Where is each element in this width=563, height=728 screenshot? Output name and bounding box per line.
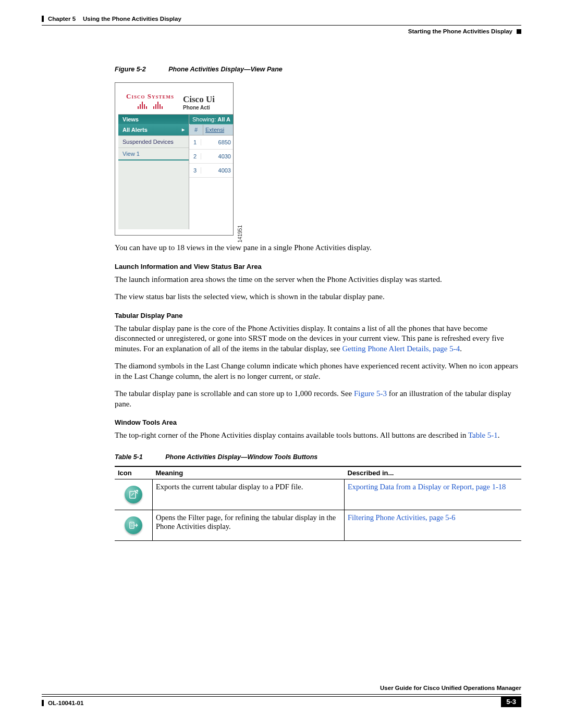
running-header: Chapter 5 Using the Phone Activities Dis… (42, 16, 521, 34)
link-getting-phone-alert-details[interactable]: Getting Phone Alert Details, page 5-4 (342, 344, 460, 353)
views-header: Views (118, 115, 189, 124)
page-number-badge: 5-3 (501, 696, 521, 707)
views-pane: Views All Alerts Suspended Devices View … (118, 115, 189, 229)
cell-meaning: Opens the Filter page, for refining the … (153, 510, 345, 540)
chapter-title: Using the Phone Activities Display (83, 16, 181, 22)
table-row[interactable]: 1 6850 (189, 135, 233, 150)
cell-meaning: Exports the current tabular display to a… (153, 479, 345, 510)
table-caption: Table 5-1 Phone Activities Display—Windo… (115, 453, 521, 461)
header-right: Starting the Phone Activities Display (408, 28, 521, 34)
figure-5-2: Cisco Systems Cisco Ui (115, 82, 234, 236)
app-subtitle: Phone Acti (183, 105, 215, 110)
header-endcap-icon (517, 29, 521, 34)
heading-tabular-display: Tabular Display Pane (115, 312, 521, 319)
paragraph: The tabular display pane is the core of … (115, 324, 521, 354)
table-row: Exports the current tabular display to a… (115, 479, 521, 510)
section-title: Starting the Phone Activities Display (408, 28, 512, 34)
showing-bar: Showing: All A (189, 115, 233, 125)
bridge-icon (153, 102, 163, 109)
col-number[interactable]: # (189, 125, 203, 135)
paragraph: The view status bar lists the selected v… (115, 292, 521, 302)
page-footer: User Guide for Cisco Unified Operations … (42, 694, 521, 707)
link-figure-5-3[interactable]: Figure 5-3 (354, 389, 387, 398)
table-title: Phone Activities Display—Window Tools Bu… (165, 453, 317, 461)
header-rule (42, 25, 521, 26)
heading-window-tools: Window Tools Area (115, 418, 521, 426)
view-item-view-1[interactable]: View 1 (118, 148, 189, 161)
heading-launch-info: Launch Information and View Status Bar A… (115, 263, 521, 270)
figure-title: Phone Activities Display—View Pane (168, 66, 283, 73)
footer-doc-id: OL-10041-01 (42, 700, 83, 706)
cisco-systems-logo: Cisco Systems (121, 92, 179, 109)
export-pdf-icon (125, 486, 142, 503)
table-pane: Showing: All A # Extensi 1 6850 (189, 115, 233, 229)
th-icon: Icon (115, 466, 153, 479)
th-described: Described in... (345, 466, 522, 479)
paragraph: The tabular display pane is scrollable a… (115, 389, 521, 409)
footer-guide-title: User Guide for Cisco Unified Operations … (380, 685, 521, 691)
italic-stale: stale (303, 372, 318, 380)
paragraph: The top-right corner of the Phone Activi… (115, 430, 521, 441)
table-row[interactable]: 3 4003 (189, 164, 233, 178)
app-title: Cisco Ui (183, 94, 215, 105)
table-label: Table 5-1 (115, 453, 143, 461)
paragraph: The diamond symbols in the Last Change c… (115, 361, 521, 381)
window-tools-table: Icon Meaning Described in... (115, 466, 521, 541)
table-row: Opens the Filter page, for refining the … (115, 510, 521, 540)
paragraph: You can have up to 18 views in the view … (115, 243, 521, 253)
header-left: Chapter 5 Using the Phone Activities Dis… (42, 16, 181, 22)
view-item-suspended-devices[interactable]: Suspended Devices (118, 136, 189, 148)
figure-image-id: 141951 (237, 225, 243, 242)
paragraph: The launch information area shows the ti… (115, 275, 521, 285)
col-extension[interactable]: Extensi (203, 125, 233, 135)
view-item-all-alerts[interactable]: All Alerts (118, 124, 189, 136)
bridge-icon (138, 102, 147, 109)
th-meaning: Meaning (153, 466, 345, 479)
link-table-5-1[interactable]: Table 5-1 (468, 431, 498, 439)
link-filtering-phone-activities[interactable]: Filtering Phone Activities, page 5-6 (348, 513, 456, 522)
table-row[interactable]: 2 4030 (189, 150, 233, 164)
figure-caption: Figure 5-2 Phone Activities Display—View… (115, 66, 521, 73)
chapter-label: Chapter 5 (48, 16, 76, 22)
svg-rect-0 (130, 491, 136, 498)
filter-icon (125, 516, 142, 534)
link-exporting-data[interactable]: Exporting Data from a Display or Report,… (348, 483, 506, 491)
table-header-row: # Extensi (189, 125, 233, 135)
figure-label: Figure 5-2 (115, 66, 146, 73)
